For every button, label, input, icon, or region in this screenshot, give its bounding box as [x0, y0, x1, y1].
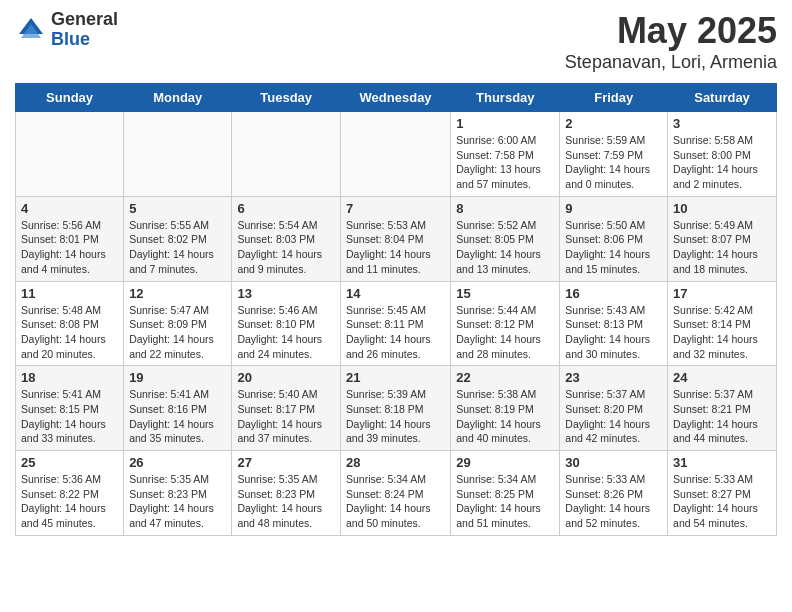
day-info: Sunrise: 5:52 AMSunset: 8:05 PMDaylight:…: [456, 218, 554, 277]
calendar-cell: 20Sunrise: 5:40 AMSunset: 8:17 PMDayligh…: [232, 366, 341, 451]
day-number: 14: [346, 286, 445, 301]
calendar-cell: 3Sunrise: 5:58 AMSunset: 8:00 PMDaylight…: [668, 112, 777, 197]
calendar-cell: 1Sunrise: 6:00 AMSunset: 7:58 PMDaylight…: [451, 112, 560, 197]
day-number: 7: [346, 201, 445, 216]
day-number: 5: [129, 201, 226, 216]
day-info: Sunrise: 5:33 AMSunset: 8:26 PMDaylight:…: [565, 472, 662, 531]
day-number: 18: [21, 370, 118, 385]
day-info: Sunrise: 5:33 AMSunset: 8:27 PMDaylight:…: [673, 472, 771, 531]
calendar-cell: 29Sunrise: 5:34 AMSunset: 8:25 PMDayligh…: [451, 451, 560, 536]
calendar-cell: 18Sunrise: 5:41 AMSunset: 8:15 PMDayligh…: [16, 366, 124, 451]
day-of-week-header: Friday: [560, 84, 668, 112]
logo-text: General Blue: [51, 10, 118, 50]
day-info: Sunrise: 5:37 AMSunset: 8:21 PMDaylight:…: [673, 387, 771, 446]
day-info: Sunrise: 6:00 AMSunset: 7:58 PMDaylight:…: [456, 133, 554, 192]
day-of-week-header: Thursday: [451, 84, 560, 112]
logo-icon: [15, 14, 47, 46]
calendar-cell: 2Sunrise: 5:59 AMSunset: 7:59 PMDaylight…: [560, 112, 668, 197]
calendar-cell: [124, 112, 232, 197]
day-number: 13: [237, 286, 335, 301]
day-info: Sunrise: 5:44 AMSunset: 8:12 PMDaylight:…: [456, 303, 554, 362]
day-of-week-header: Saturday: [668, 84, 777, 112]
calendar-cell: 8Sunrise: 5:52 AMSunset: 8:05 PMDaylight…: [451, 196, 560, 281]
calendar-week-row: 25Sunrise: 5:36 AMSunset: 8:22 PMDayligh…: [16, 451, 777, 536]
day-number: 10: [673, 201, 771, 216]
day-number: 23: [565, 370, 662, 385]
calendar-cell: 26Sunrise: 5:35 AMSunset: 8:23 PMDayligh…: [124, 451, 232, 536]
calendar-cell: 23Sunrise: 5:37 AMSunset: 8:20 PMDayligh…: [560, 366, 668, 451]
calendar-cell: 17Sunrise: 5:42 AMSunset: 8:14 PMDayligh…: [668, 281, 777, 366]
calendar-cell: 10Sunrise: 5:49 AMSunset: 8:07 PMDayligh…: [668, 196, 777, 281]
day-number: 22: [456, 370, 554, 385]
title-area: May 2025 Stepanavan, Lori, Armenia: [565, 10, 777, 73]
day-number: 29: [456, 455, 554, 470]
day-info: Sunrise: 5:39 AMSunset: 8:18 PMDaylight:…: [346, 387, 445, 446]
day-info: Sunrise: 5:38 AMSunset: 8:19 PMDaylight:…: [456, 387, 554, 446]
day-number: 6: [237, 201, 335, 216]
day-info: Sunrise: 5:47 AMSunset: 8:09 PMDaylight:…: [129, 303, 226, 362]
day-number: 12: [129, 286, 226, 301]
calendar-cell: 11Sunrise: 5:48 AMSunset: 8:08 PMDayligh…: [16, 281, 124, 366]
calendar-cell: 30Sunrise: 5:33 AMSunset: 8:26 PMDayligh…: [560, 451, 668, 536]
day-info: Sunrise: 5:34 AMSunset: 8:24 PMDaylight:…: [346, 472, 445, 531]
day-info: Sunrise: 5:35 AMSunset: 8:23 PMDaylight:…: [129, 472, 226, 531]
day-info: Sunrise: 5:41 AMSunset: 8:15 PMDaylight:…: [21, 387, 118, 446]
calendar-cell: [16, 112, 124, 197]
main-title: May 2025: [565, 10, 777, 52]
day-number: 21: [346, 370, 445, 385]
day-info: Sunrise: 5:42 AMSunset: 8:14 PMDaylight:…: [673, 303, 771, 362]
day-info: Sunrise: 5:49 AMSunset: 8:07 PMDaylight:…: [673, 218, 771, 277]
logo-general-text: General: [51, 10, 118, 30]
day-info: Sunrise: 5:46 AMSunset: 8:10 PMDaylight:…: [237, 303, 335, 362]
day-info: Sunrise: 5:37 AMSunset: 8:20 PMDaylight:…: [565, 387, 662, 446]
day-number: 15: [456, 286, 554, 301]
day-of-week-header: Tuesday: [232, 84, 341, 112]
day-info: Sunrise: 5:40 AMSunset: 8:17 PMDaylight:…: [237, 387, 335, 446]
day-info: Sunrise: 5:54 AMSunset: 8:03 PMDaylight:…: [237, 218, 335, 277]
calendar-cell: 7Sunrise: 5:53 AMSunset: 8:04 PMDaylight…: [340, 196, 450, 281]
day-number: 9: [565, 201, 662, 216]
day-number: 30: [565, 455, 662, 470]
calendar-cell: 19Sunrise: 5:41 AMSunset: 8:16 PMDayligh…: [124, 366, 232, 451]
calendar-week-row: 18Sunrise: 5:41 AMSunset: 8:15 PMDayligh…: [16, 366, 777, 451]
calendar-cell: 25Sunrise: 5:36 AMSunset: 8:22 PMDayligh…: [16, 451, 124, 536]
day-of-week-header: Sunday: [16, 84, 124, 112]
day-info: Sunrise: 5:56 AMSunset: 8:01 PMDaylight:…: [21, 218, 118, 277]
calendar-week-row: 4Sunrise: 5:56 AMSunset: 8:01 PMDaylight…: [16, 196, 777, 281]
calendar-cell: 5Sunrise: 5:55 AMSunset: 8:02 PMDaylight…: [124, 196, 232, 281]
day-number: 27: [237, 455, 335, 470]
calendar-cell: 4Sunrise: 5:56 AMSunset: 8:01 PMDaylight…: [16, 196, 124, 281]
calendar-table: SundayMondayTuesdayWednesdayThursdayFrid…: [15, 83, 777, 536]
day-number: 11: [21, 286, 118, 301]
day-number: 28: [346, 455, 445, 470]
calendar-cell: 27Sunrise: 5:35 AMSunset: 8:23 PMDayligh…: [232, 451, 341, 536]
day-number: 2: [565, 116, 662, 131]
day-info: Sunrise: 5:48 AMSunset: 8:08 PMDaylight:…: [21, 303, 118, 362]
calendar-week-row: 1Sunrise: 6:00 AMSunset: 7:58 PMDaylight…: [16, 112, 777, 197]
calendar-cell: 6Sunrise: 5:54 AMSunset: 8:03 PMDaylight…: [232, 196, 341, 281]
calendar-cell: 14Sunrise: 5:45 AMSunset: 8:11 PMDayligh…: [340, 281, 450, 366]
calendar-cell: 13Sunrise: 5:46 AMSunset: 8:10 PMDayligh…: [232, 281, 341, 366]
day-number: 31: [673, 455, 771, 470]
day-info: Sunrise: 5:55 AMSunset: 8:02 PMDaylight:…: [129, 218, 226, 277]
day-info: Sunrise: 5:41 AMSunset: 8:16 PMDaylight:…: [129, 387, 226, 446]
day-of-week-header: Wednesday: [340, 84, 450, 112]
header: General Blue May 2025 Stepanavan, Lori, …: [15, 10, 777, 73]
day-of-week-header: Monday: [124, 84, 232, 112]
day-number: 8: [456, 201, 554, 216]
day-number: 3: [673, 116, 771, 131]
subtitle: Stepanavan, Lori, Armenia: [565, 52, 777, 73]
day-info: Sunrise: 5:34 AMSunset: 8:25 PMDaylight:…: [456, 472, 554, 531]
calendar-week-row: 11Sunrise: 5:48 AMSunset: 8:08 PMDayligh…: [16, 281, 777, 366]
calendar-cell: 9Sunrise: 5:50 AMSunset: 8:06 PMDaylight…: [560, 196, 668, 281]
day-info: Sunrise: 5:36 AMSunset: 8:22 PMDaylight:…: [21, 472, 118, 531]
calendar-cell: 16Sunrise: 5:43 AMSunset: 8:13 PMDayligh…: [560, 281, 668, 366]
day-info: Sunrise: 5:43 AMSunset: 8:13 PMDaylight:…: [565, 303, 662, 362]
day-number: 4: [21, 201, 118, 216]
calendar-cell: 28Sunrise: 5:34 AMSunset: 8:24 PMDayligh…: [340, 451, 450, 536]
day-info: Sunrise: 5:35 AMSunset: 8:23 PMDaylight:…: [237, 472, 335, 531]
day-number: 17: [673, 286, 771, 301]
calendar-cell: 15Sunrise: 5:44 AMSunset: 8:12 PMDayligh…: [451, 281, 560, 366]
day-info: Sunrise: 5:58 AMSunset: 8:00 PMDaylight:…: [673, 133, 771, 192]
calendar-cell: [340, 112, 450, 197]
